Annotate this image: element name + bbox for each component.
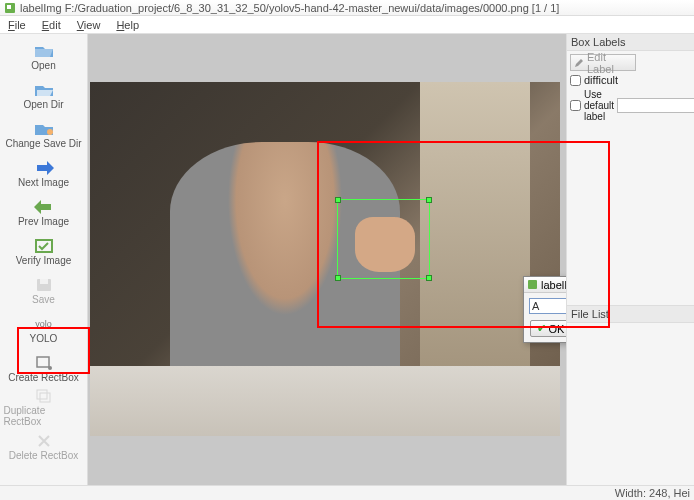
menu-view[interactable]: View: [73, 19, 105, 31]
use-default-label-row[interactable]: Use default label: [570, 89, 614, 122]
menu-file[interactable]: File: [4, 19, 30, 31]
create-rectbox-button[interactable]: Create RectBox: [4, 350, 84, 387]
dialog-title-text: labelImg: [541, 279, 566, 291]
statusbar: Width: 248, Hei: [0, 485, 694, 500]
left-toolbar: Open Open Dir Change Save Dir Next Image…: [0, 34, 88, 485]
use-default-label-checkbox[interactable]: [570, 100, 581, 111]
change-save-dir-button[interactable]: Change Save Dir: [4, 116, 84, 153]
next-image-button[interactable]: Next Image: [4, 155, 84, 192]
save-icon: [33, 277, 55, 293]
canvas-area[interactable]: labelImg ? × ✔OK ✖Cancel: [88, 34, 566, 485]
difficult-checkbox-row[interactable]: difficult: [570, 74, 691, 86]
edit-label-button[interactable]: Edit Label: [570, 54, 636, 71]
svg-rect-1: [7, 5, 11, 9]
menu-help[interactable]: Help: [112, 19, 143, 31]
open-button[interactable]: Open: [4, 38, 84, 75]
svg-rect-10: [528, 280, 537, 289]
delete-rectbox-icon: [33, 433, 55, 449]
svg-rect-6: [37, 357, 49, 367]
change-save-dir-icon: [33, 121, 55, 137]
app-icon: [4, 2, 16, 14]
prev-image-button[interactable]: Prev Image: [4, 194, 84, 231]
open-icon: [33, 43, 55, 59]
menu-edit[interactable]: Edit: [38, 19, 65, 31]
open-dir-button[interactable]: Open Dir: [4, 77, 84, 114]
dialog-ok-button[interactable]: ✔OK: [530, 320, 566, 337]
box-labels-header: Box Labels: [567, 34, 694, 51]
svg-rect-5: [40, 279, 48, 284]
format-toggle[interactable]: yolo YOLO: [4, 311, 84, 348]
status-dimensions: Width: 248, Hei: [615, 487, 690, 499]
verify-icon: [33, 238, 55, 254]
check-icon: ✔: [537, 322, 546, 335]
default-label-input[interactable]: [617, 98, 694, 113]
prev-arrow-icon: [33, 199, 55, 215]
difficult-checkbox[interactable]: [570, 75, 581, 86]
label-name-input[interactable]: [529, 298, 566, 314]
svg-point-2: [47, 129, 53, 135]
window-title: labelImg F:/Graduation_project/6_8_30_31…: [20, 2, 559, 14]
label-dialog: labelImg ? × ✔OK ✖Cancel: [523, 276, 566, 343]
next-arrow-icon: [33, 160, 55, 176]
loaded-image: [90, 82, 560, 436]
save-button[interactable]: Save: [4, 272, 84, 309]
svg-point-7: [48, 366, 52, 370]
duplicate-rectbox-icon: [33, 388, 55, 404]
verify-image-button[interactable]: Verify Image: [4, 233, 84, 270]
dialog-icon: [527, 279, 538, 290]
annotation-bbox[interactable]: [337, 199, 430, 279]
svg-rect-8: [37, 390, 47, 399]
file-list-header: File List: [567, 306, 694, 323]
duplicate-rectbox-button[interactable]: Duplicate RectBox: [4, 389, 84, 426]
svg-rect-9: [40, 393, 50, 402]
pencil-icon: [574, 58, 584, 68]
open-dir-icon: [33, 82, 55, 98]
window-titlebar: labelImg F:/Graduation_project/6_8_30_31…: [0, 0, 694, 16]
menubar: File Edit View Help: [0, 16, 694, 34]
dialog-titlebar[interactable]: labelImg ? ×: [524, 277, 566, 293]
create-rectbox-icon: [33, 355, 55, 371]
format-icon: yolo: [33, 316, 55, 332]
delete-rectbox-button[interactable]: Delete RectBox: [4, 428, 84, 465]
right-panel: Box Labels Edit Label difficult Use defa…: [566, 34, 694, 485]
